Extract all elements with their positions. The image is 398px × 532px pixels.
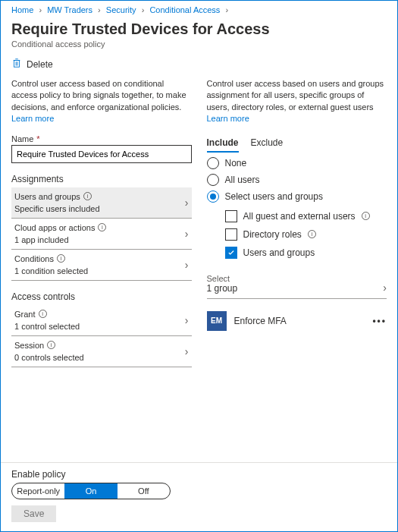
more-icon[interactable]: ••• bbox=[372, 316, 387, 326]
breadcrumb-mwtraders[interactable]: MW Traders bbox=[47, 5, 92, 14]
toggle-off[interactable]: Off bbox=[118, 483, 170, 499]
radio-select-users-groups[interactable]: Select users and groups bbox=[207, 190, 387, 203]
chevron-right-icon: › bbox=[185, 228, 189, 240]
chevron-right-icon: › bbox=[383, 282, 387, 294]
info-icon[interactable]: i bbox=[83, 192, 92, 200]
tab-exclude[interactable]: Exclude bbox=[251, 134, 284, 153]
delete-icon[interactable] bbox=[11, 58, 22, 71]
breadcrumb-security[interactable]: Security bbox=[106, 5, 136, 14]
learn-more-link[interactable]: Learn more bbox=[11, 114, 54, 123]
chevron-right-icon: › bbox=[185, 314, 189, 326]
row-conditions[interactable]: Conditionsi 1 condition selected › bbox=[11, 250, 192, 281]
info-icon[interactable]: i bbox=[362, 212, 370, 220]
checkbox-users-groups[interactable]: Users and groups bbox=[225, 247, 387, 259]
selected-group-row[interactable]: EM Enforce MFA ••• bbox=[207, 308, 387, 334]
info-icon[interactable]: i bbox=[308, 230, 316, 238]
toggle-on[interactable]: On bbox=[64, 483, 117, 499]
required-star-icon: * bbox=[36, 134, 39, 143]
chevron-right-icon: › bbox=[185, 259, 189, 271]
left-pane: Control user access based on conditional… bbox=[11, 78, 192, 367]
left-description-text: Control user access based on conditional… bbox=[11, 79, 186, 112]
toggle-report-only[interactable]: Report-only bbox=[12, 483, 64, 499]
row-session-sub: 0 controls selected bbox=[14, 351, 84, 362]
svg-rect-0 bbox=[14, 61, 20, 68]
page-subtitle: Conditional access policy bbox=[1, 38, 397, 55]
learn-more-link[interactable]: Learn more bbox=[207, 114, 249, 123]
info-icon[interactable]: i bbox=[39, 310, 47, 318]
breadcrumb-home[interactable]: Home bbox=[11, 5, 33, 14]
checkbox-directory-roles[interactable]: Directory roles i bbox=[225, 228, 387, 241]
radio-all-users[interactable]: All users bbox=[207, 174, 387, 186]
row-cloud-sub: 1 app included bbox=[14, 234, 106, 244]
row-users-sub: Specific users included bbox=[14, 203, 100, 213]
access-controls-header: Access controls bbox=[11, 291, 192, 302]
name-label: Name * bbox=[11, 134, 192, 143]
group-avatar: EM bbox=[207, 311, 227, 331]
policy-name-input[interactable] bbox=[11, 145, 192, 163]
chevron-right-icon: › bbox=[185, 345, 189, 357]
save-button[interactable]: Save bbox=[11, 505, 56, 522]
breadcrumb-sep-icon: › bbox=[98, 5, 101, 14]
info-icon[interactable]: i bbox=[47, 341, 55, 349]
checkbox-guest-external[interactable]: All guest and external users i bbox=[225, 210, 387, 222]
row-session[interactable]: Sessioni 0 controls selected › bbox=[11, 336, 192, 367]
delete-button[interactable]: Delete bbox=[27, 59, 53, 70]
tab-include[interactable]: Include bbox=[207, 134, 239, 153]
breadcrumb: Home › MW Traders › Security › Condition… bbox=[1, 1, 397, 14]
info-icon[interactable]: i bbox=[57, 254, 65, 263]
breadcrumb-conditional-access[interactable]: Conditional Access bbox=[149, 5, 220, 14]
row-cloud-apps[interactable]: Cloud apps or actionsi 1 app included › bbox=[11, 219, 192, 250]
left-description: Control user access based on conditional… bbox=[11, 78, 192, 125]
select-row[interactable]: Select 1 group › bbox=[207, 271, 387, 299]
select-label: Select bbox=[207, 274, 238, 283]
assignments-header: Assignments bbox=[11, 174, 192, 184]
row-users-and-groups[interactable]: Users and groupsi Specific users include… bbox=[11, 187, 192, 219]
enable-policy-label: Enable policy bbox=[11, 469, 387, 480]
row-grant[interactable]: Granti 1 control selected › bbox=[11, 305, 192, 336]
right-description-text: Control user access based on users and g… bbox=[207, 79, 384, 112]
footer: Enable policy Report-only On Off Save bbox=[1, 462, 397, 531]
right-description: Control user access based on users and g… bbox=[207, 78, 387, 125]
row-grant-sub: 1 control selected bbox=[14, 320, 80, 331]
breadcrumb-sep-icon: › bbox=[142, 5, 145, 14]
enable-policy-toggle[interactable]: Report-only On Off bbox=[11, 483, 171, 499]
page-title: Require Trusted Devices for Access bbox=[1, 14, 397, 38]
chevron-right-icon: › bbox=[185, 197, 189, 209]
breadcrumb-sep-icon: › bbox=[39, 5, 42, 14]
radio-none[interactable]: None bbox=[207, 157, 387, 169]
info-icon[interactable]: i bbox=[98, 223, 106, 231]
select-value: 1 group bbox=[207, 283, 238, 294]
right-pane: Control user access based on users and g… bbox=[207, 78, 387, 367]
group-name: Enforce MFA bbox=[234, 316, 287, 326]
breadcrumb-sep-icon: › bbox=[225, 5, 228, 14]
row-conditions-sub: 1 condition selected bbox=[14, 265, 88, 275]
